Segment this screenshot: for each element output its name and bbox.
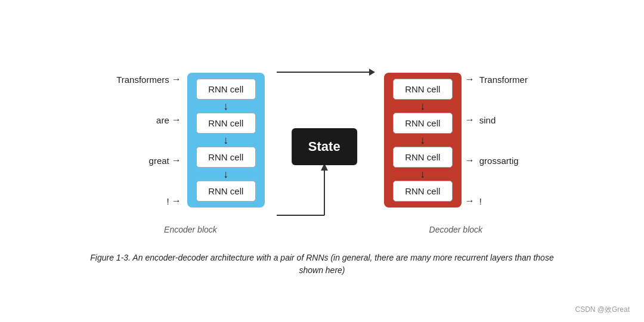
output-label-3: ! — [479, 196, 527, 206]
output-label-1: sind — [479, 115, 527, 125]
out-arrow-2: → — [465, 155, 475, 166]
arrow-0: → — [172, 74, 181, 85]
decoder-arrow-down-2: ↓ — [420, 169, 425, 179]
encoder-section: Transformers → are → great → ! — [116, 59, 265, 234]
encoder-arrow-down-2: ↓ — [223, 169, 228, 179]
encoder-rows: Transformers → are → great → ! — [116, 59, 265, 221]
output-label-2: grossartig — [479, 156, 527, 166]
decoder-section: RNN cell ↓ RNN cell ↓ RNN cell ↓ RNN cel… — [384, 59, 528, 234]
decoder-rows: RNN cell ↓ RNN cell ↓ RNN cell ↓ RNN cel… — [384, 59, 528, 221]
arrow-1: → — [172, 114, 181, 125]
watermark: CSDN @效Great — [575, 305, 630, 315]
encoder-rnn-cell-0: RNN cell — [196, 79, 256, 100]
svg-marker-1 — [369, 69, 375, 76]
encoder-arrow-down-0: ↓ — [223, 101, 228, 112]
encoder-rnn-cell-2: RNN cell — [196, 147, 256, 168]
input-label-0: Transformers — [116, 75, 169, 85]
output-label-0: Transformer — [479, 75, 528, 85]
decoder-label: Decoder block — [429, 225, 483, 234]
out-arrow-1: → — [465, 114, 475, 125]
input-label-2: great — [128, 156, 169, 166]
decoder-arrow-down-1: ↓ — [420, 135, 425, 145]
decoder-rnn-cell-2: RNN cell — [393, 147, 453, 168]
arrow-2: → — [172, 155, 181, 166]
input-label-1: are — [128, 115, 169, 125]
decoder-rnn-cell-1: RNN cell — [393, 113, 453, 134]
decoder-arrow-down-0: ↓ — [420, 101, 425, 112]
encoder-label: Encoder block — [164, 225, 217, 234]
decoder-block: RNN cell ↓ RNN cell ↓ RNN cell ↓ RNN cel… — [384, 73, 462, 208]
out-arrow-0: → — [465, 74, 475, 85]
encoder-rnn-cell-1: RNN cell — [196, 113, 256, 134]
decoder-rnn-cell-0: RNN cell — [393, 79, 453, 100]
state-box: State — [292, 128, 357, 165]
encoder-block: RNN cell ↓ RNN cell ↓ RNN cell ↓ RNN cel… — [187, 73, 265, 208]
out-arrow-3: → — [465, 196, 475, 206]
arrow-3: → — [172, 196, 181, 206]
encoder-arrow-down-1: ↓ — [223, 135, 228, 145]
encoder-rnn-cell-3: RNN cell — [196, 181, 256, 202]
decoder-rnn-cell-3: RNN cell — [393, 181, 453, 202]
input-label-3: ! — [128, 196, 169, 206]
figure-caption: Figure 1-3. An encoder-decoder architect… — [89, 252, 555, 277]
